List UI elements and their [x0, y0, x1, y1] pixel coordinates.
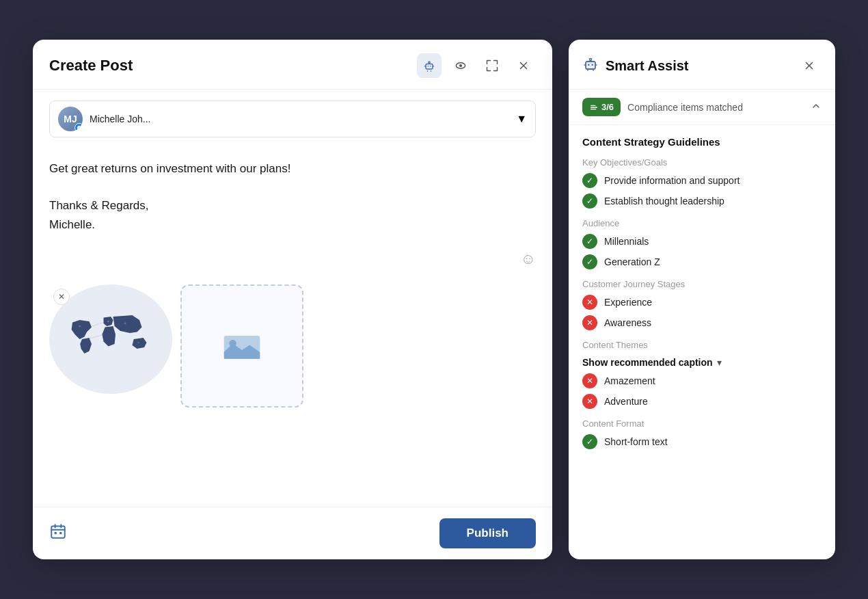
svg-rect-1	[428, 66, 429, 67]
fail-icon: ✕	[582, 315, 597, 330]
emoji-button[interactable]: ☺	[521, 250, 536, 268]
caption-chevron-icon: ▾	[717, 357, 722, 368]
pass-icon: ✓	[582, 434, 597, 449]
check-label-experience: Experience	[604, 297, 652, 308]
check-item-adventure: ✕ Adventure	[582, 394, 822, 409]
post-line-1: Get great returns on investment with our…	[49, 159, 536, 178]
section-label-audience: Audience	[582, 218, 822, 228]
svg-rect-20	[588, 64, 590, 66]
svg-rect-21	[592, 64, 594, 66]
svg-rect-17	[55, 532, 57, 534]
check-label-info-support: Provide information and support	[604, 175, 740, 186]
check-item-millennials: ✓ Millennials	[582, 234, 822, 249]
dropdown-arrow-icon: ▼	[516, 113, 527, 125]
svg-rect-19	[586, 62, 595, 69]
post-footer: Publish	[33, 507, 552, 559]
compliance-left: 3/6 Compliance items matched	[582, 98, 743, 116]
pass-icon: ✓	[582, 173, 597, 188]
pass-icon: ✓	[582, 194, 597, 209]
svg-point-12	[124, 322, 126, 324]
pass-icon: ✓	[582, 234, 597, 249]
svg-rect-2	[430, 66, 431, 67]
compliance-section: 3/6 Compliance items matched	[569, 90, 835, 125]
smart-assist-panel: Smart Assist 3/6 C	[569, 40, 835, 559]
check-label-awareness: Awareness	[604, 317, 651, 328]
check-label-gen-z: Generation Z	[604, 256, 660, 267]
svg-point-11	[107, 320, 109, 322]
svg-rect-18	[59, 532, 62, 534]
section-label-journey: Customer Journey Stages	[582, 279, 822, 289]
check-item-thought-leadership: ✓ Establish thought leadership	[582, 194, 822, 209]
post-line-3: Michelle.	[49, 215, 536, 234]
fail-icon: ✕	[582, 373, 597, 388]
svg-rect-16	[51, 526, 65, 537]
header-icons	[417, 53, 536, 78]
post-text: Get great returns on investment with our…	[49, 154, 536, 239]
strategy-title: Content Strategy Guidelines	[582, 136, 822, 148]
create-post-title: Create Post	[49, 57, 133, 75]
svg-point-3	[429, 62, 431, 64]
check-item-awareness: ✕ Awareness	[582, 315, 822, 330]
fail-icon: ✕	[582, 394, 597, 409]
account-name: Michelle Joh...	[90, 114, 150, 124]
svg-rect-0	[426, 64, 433, 70]
expand-button[interactable]	[480, 53, 504, 78]
check-item-experience: ✕ Experience	[582, 295, 822, 310]
robot-icon	[422, 59, 436, 72]
compliance-count: 3/6	[601, 102, 614, 112]
create-post-header: Create Post	[33, 40, 552, 90]
avatar-badge	[74, 123, 83, 131]
eye-icon	[454, 59, 467, 72]
check-label-amazement: Amazement	[604, 375, 655, 386]
account-left: MJ Michelle Joh...	[58, 107, 150, 131]
section-label-format: Content Format	[582, 418, 822, 429]
compliance-chevron-icon	[811, 101, 822, 114]
media-item-map: ✕	[49, 284, 172, 394]
show-caption-label: Show recommended caption	[582, 357, 713, 368]
media-area: ✕	[49, 279, 536, 413]
svg-point-5	[459, 64, 462, 67]
calendar-icon	[49, 522, 67, 540]
svg-point-13	[138, 342, 139, 343]
check-label-thought-leadership: Establish thought leadership	[604, 196, 724, 207]
check-item-short-form: ✓ Short-form text	[582, 434, 822, 449]
screen: Create Post	[0, 0, 868, 599]
svg-point-10	[79, 325, 81, 327]
strategy-content: Content Strategy Guidelines Key Objectiv…	[569, 125, 835, 559]
avatar: MJ	[58, 107, 83, 131]
compliance-badge: 3/6	[582, 98, 621, 116]
close-icon-sa	[803, 59, 815, 72]
section-label-objectives: Key Objectives/Goals	[582, 157, 822, 168]
smart-assist-title: Smart Assist	[606, 58, 689, 74]
compliance-header[interactable]: 3/6 Compliance items matched	[582, 98, 822, 116]
preview-button[interactable]	[448, 53, 473, 78]
add-media-placeholder[interactable]	[180, 284, 303, 408]
check-item-amazement: ✕ Amazement	[582, 373, 822, 388]
check-label-short-form: Short-form text	[604, 436, 668, 447]
checklist-icon	[589, 103, 599, 112]
world-map-svg	[63, 302, 159, 377]
section-label-themes: Content Themes	[582, 340, 822, 350]
expand-icon	[485, 59, 499, 72]
image-placeholder-icon	[221, 325, 262, 367]
close-icon	[517, 59, 530, 72]
fail-icon: ✕	[582, 295, 597, 310]
calendar-button[interactable]	[49, 522, 67, 544]
close-button[interactable]	[511, 53, 536, 78]
show-caption-row[interactable]: Show recommended caption ▾	[582, 357, 822, 368]
smart-assist-close-button[interactable]	[797, 53, 822, 78]
svg-point-22	[590, 58, 592, 60]
smart-assist-header: Smart Assist	[569, 40, 835, 90]
pass-icon: ✓	[582, 254, 597, 269]
smart-assist-title-area: Smart Assist	[582, 56, 689, 76]
smart-assist-robot-icon	[582, 56, 599, 76]
check-label-adventure: Adventure	[604, 396, 648, 407]
publish-button[interactable]: Publish	[439, 518, 536, 548]
account-selector[interactable]: MJ Michelle Joh... ▼	[49, 101, 536, 137]
remove-media-button[interactable]: ✕	[53, 289, 70, 305]
robot-button[interactable]	[417, 53, 442, 78]
check-item-info-support: ✓ Provide information and support	[582, 173, 822, 188]
compliance-text: Compliance items matched	[627, 102, 743, 113]
check-item-gen-z: ✓ Generation Z	[582, 254, 822, 269]
post-content: Get great returns on investment with our…	[33, 148, 552, 507]
